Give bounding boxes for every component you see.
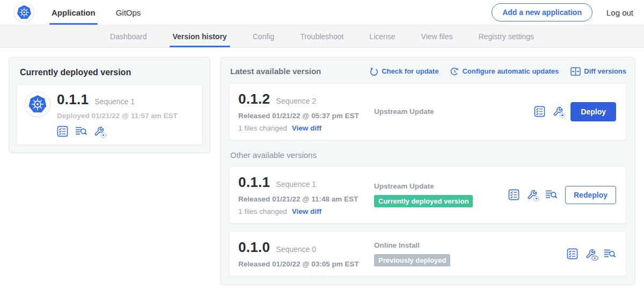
released-timestamp: Released 01/21/22 @ 11:48 am EST	[238, 195, 374, 203]
version-row: 0.1.0 Sequence 0 Released 01/20/22 @ 03:…	[229, 231, 626, 276]
logout-button[interactable]: Log out	[606, 8, 633, 17]
tab-dashboard[interactable]: Dashboard	[110, 25, 147, 47]
add-new-application-button[interactable]: Add a new application	[492, 3, 592, 21]
source-label: Online Install	[374, 241, 420, 249]
latest-available-title: Latest available version	[230, 67, 321, 76]
edit-config-icon[interactable]	[527, 190, 537, 200]
diff-icon	[570, 67, 581, 76]
preflight-checklist-icon[interactable]	[534, 106, 545, 117]
release-notes-icon[interactable]	[545, 190, 558, 200]
version-number: 0.1.1	[238, 174, 270, 191]
tab-version-history[interactable]: Version history	[173, 25, 227, 47]
deployed-panel-title: Currently deployed version	[20, 68, 202, 77]
redeploy-button[interactable]: Redeploy	[565, 186, 616, 204]
eye-icon	[591, 256, 598, 261]
deployed-version-number: 0.1.1	[57, 91, 89, 108]
gear-icon	[533, 196, 539, 201]
preflight-checklist-icon[interactable]	[508, 189, 519, 200]
tab-troubleshoot[interactable]: Troubleshoot	[300, 25, 343, 47]
app-tabs: Application GitOps	[52, 0, 141, 25]
check-for-update-action[interactable]: Check for update	[370, 67, 438, 76]
tab-license[interactable]: License	[369, 25, 395, 47]
kubernetes-logo-icon	[14, 2, 34, 23]
schedule-update-icon	[450, 67, 459, 76]
tab-registry-settings[interactable]: Registry settings	[479, 25, 534, 47]
tab-gitops[interactable]: GitOps	[116, 0, 141, 25]
currently-deployed-badge: Currently deployed version	[374, 195, 473, 207]
preflight-checklist-icon[interactable]	[57, 126, 68, 137]
released-timestamp: Released 01/21/22 @ 05:37 pm EST	[238, 112, 374, 120]
tab-view-files[interactable]: View files	[421, 25, 453, 47]
files-changed-label: 1 files changed	[238, 124, 287, 132]
version-number: 0.1.2	[238, 91, 270, 107]
main-content: Currently deployed version 0.1	[0, 48, 644, 285]
previously-deployed-badge: Previously deployed	[374, 254, 450, 266]
topbar-right: Add a new application Log out	[492, 0, 633, 25]
preflight-checklist-icon[interactable]	[567, 248, 578, 259]
refresh-icon	[370, 67, 378, 76]
view-diff-link[interactable]: View diff	[292, 124, 321, 132]
edit-config-icon[interactable]	[553, 106, 563, 117]
gear-icon	[559, 112, 565, 118]
deployed-timestamp: Deployed 01/21/22 @ 11:57 am EST	[57, 112, 178, 120]
deployed-sequence-label: Sequence 1	[94, 97, 135, 106]
diff-versions-action[interactable]: Diff versions	[570, 67, 626, 76]
files-changed-label: 1 files changed	[238, 207, 287, 215]
release-notes-icon[interactable]	[603, 249, 616, 259]
version-number: 0.1.0	[238, 239, 270, 256]
source-label: Upstream Update	[374, 182, 434, 190]
sequence-label: Sequence 2	[276, 97, 316, 105]
version-row: 0.1.1 Sequence 1 Released 01/21/22 @ 11:…	[229, 166, 626, 223]
top-bar: Application GitOps Add a new application…	[0, 0, 644, 25]
sequence-label: Sequence 0	[276, 245, 316, 254]
version-history-panel: Latest available version Check for updat…	[220, 57, 635, 285]
tab-application[interactable]: Application	[52, 0, 96, 25]
app-subnav: Dashboard Version history Config Trouble…	[0, 25, 644, 48]
deployed-version-card: 0.1.1 Sequence 1 Deployed 01/21/22 @ 11:…	[17, 84, 202, 145]
other-available-title: Other available versions	[230, 150, 626, 160]
sequence-label: Sequence 1	[276, 180, 316, 189]
edit-config-icon[interactable]	[94, 126, 104, 136]
gear-icon	[100, 132, 106, 138]
view-config-icon[interactable]	[586, 249, 596, 259]
released-timestamp: Released 01/20/22 @ 03:05 pm EST	[238, 260, 374, 268]
app-kubernetes-logo-icon	[25, 91, 50, 117]
currently-deployed-panel: Currently deployed version 0.1	[9, 57, 210, 153]
version-row: 0.1.2 Sequence 2 Released 01/21/22 @ 05:…	[229, 83, 626, 140]
view-diff-link[interactable]: View diff	[292, 207, 321, 215]
source-label: Upstream Update	[374, 107, 434, 116]
release-notes-icon[interactable]	[75, 126, 87, 136]
tab-config[interactable]: Config	[253, 25, 274, 47]
deploy-button[interactable]: Deploy	[570, 102, 616, 121]
configure-automatic-updates-action[interactable]: Configure automatic updates	[450, 67, 559, 76]
